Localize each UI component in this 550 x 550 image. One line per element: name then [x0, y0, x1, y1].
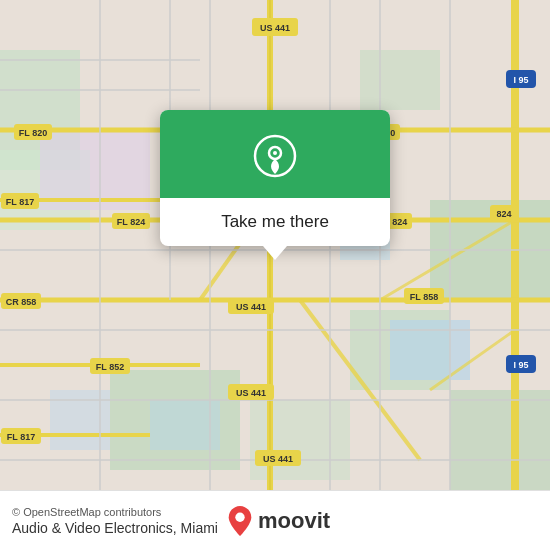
- svg-text:US 441: US 441: [260, 23, 290, 33]
- svg-text:FL 817: FL 817: [6, 197, 34, 207]
- attribution: © OpenStreetMap contributors: [12, 506, 218, 518]
- svg-text:FL 820: FL 820: [19, 128, 47, 138]
- svg-text:FL 852: FL 852: [96, 362, 124, 372]
- moovit-logo: moovit: [226, 505, 330, 537]
- svg-text:CR 858: CR 858: [6, 297, 37, 307]
- popup-card[interactable]: Take me there: [160, 110, 390, 246]
- moovit-text: moovit: [258, 508, 330, 534]
- svg-text:I 95: I 95: [513, 360, 528, 370]
- popup-tail: [263, 246, 287, 260]
- svg-rect-8: [360, 50, 440, 110]
- osm-attribution: © OpenStreetMap contributors: [12, 506, 161, 518]
- svg-text:US 441: US 441: [236, 388, 266, 398]
- map-container: US 441 FL 820 FL 820 I 95 FL 817 FL 824 …: [0, 0, 550, 490]
- svg-text:FL 824: FL 824: [117, 217, 145, 227]
- popup-green-area: [160, 110, 390, 198]
- svg-rect-6: [250, 400, 350, 480]
- bottom-bar: © OpenStreetMap contributors Audio & Vid…: [0, 490, 550, 550]
- moovit-pin-icon: [226, 505, 254, 537]
- svg-text:US 441: US 441: [263, 454, 293, 464]
- popup-label: Take me there: [205, 198, 345, 246]
- svg-rect-7: [450, 390, 550, 490]
- svg-text:FL 817: FL 817: [7, 432, 35, 442]
- svg-text:I 95: I 95: [513, 75, 528, 85]
- svg-text:FL 858: FL 858: [410, 292, 438, 302]
- svg-point-73: [273, 151, 277, 155]
- svg-text:824: 824: [496, 209, 511, 219]
- svg-point-74: [235, 512, 244, 521]
- location-pin-icon: [253, 134, 297, 178]
- svg-text:US 441: US 441: [236, 302, 266, 312]
- bottom-text: © OpenStreetMap contributors Audio & Vid…: [12, 506, 218, 536]
- location-label: Audio & Video Electronics, Miami: [12, 520, 218, 536]
- svg-rect-13: [50, 390, 110, 450]
